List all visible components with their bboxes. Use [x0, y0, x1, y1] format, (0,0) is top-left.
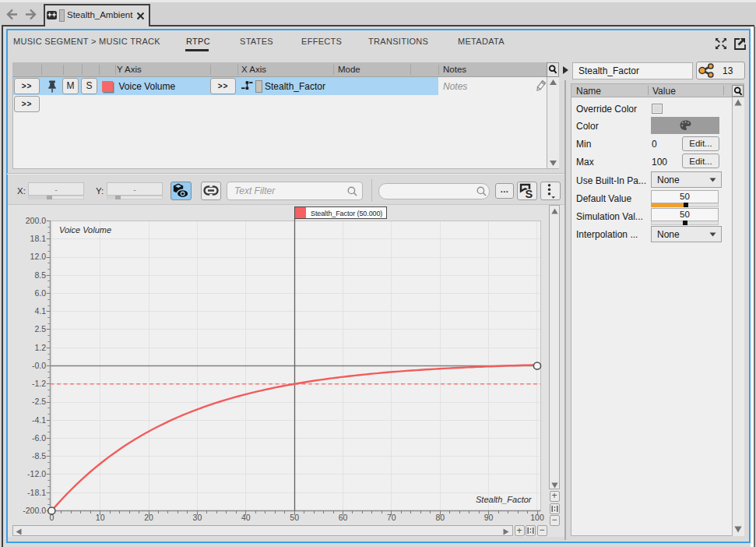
svg-text:-12.0: -12.0	[27, 469, 46, 478]
svg-text:18.1: 18.1	[30, 234, 47, 243]
svg-text:30: 30	[193, 513, 202, 522]
svg-text:2.5: 2.5	[34, 324, 46, 333]
svg-text:-18.1: -18.1	[27, 488, 46, 497]
svg-text:50: 50	[290, 513, 299, 522]
svg-text:Stealth_Factor: Stealth_Factor	[476, 495, 533, 504]
svg-text:4.1: 4.1	[34, 306, 46, 316]
svg-text:1.2: 1.2	[34, 343, 46, 352]
svg-text:200.0: 200.0	[26, 216, 46, 225]
svg-text:-2.5: -2.5	[32, 397, 46, 406]
svg-text:100: 100	[530, 513, 544, 522]
svg-text:70: 70	[387, 513, 396, 522]
svg-text:-1.2: -1.2	[32, 379, 46, 388]
svg-text:12.0: 12.0	[30, 252, 47, 261]
svg-text:40: 40	[241, 513, 251, 522]
svg-text:80: 80	[435, 513, 445, 522]
svg-text:10: 10	[96, 513, 105, 522]
svg-text:-8.5: -8.5	[32, 451, 46, 461]
svg-text:-6.0: -6.0	[32, 433, 46, 443]
svg-text:-200.0: -200.0	[23, 506, 46, 515]
svg-text:60: 60	[339, 513, 348, 522]
svg-text:-0.0: -0.0	[32, 361, 46, 370]
svg-text:Voice Volume: Voice Volume	[59, 225, 111, 235]
svg-text:6.0: 6.0	[34, 288, 46, 298]
svg-text:-4.1: -4.1	[32, 415, 46, 425]
svg-text:90: 90	[484, 513, 494, 522]
svg-text:20: 20	[144, 513, 153, 522]
svg-text:8.5: 8.5	[34, 270, 46, 280]
